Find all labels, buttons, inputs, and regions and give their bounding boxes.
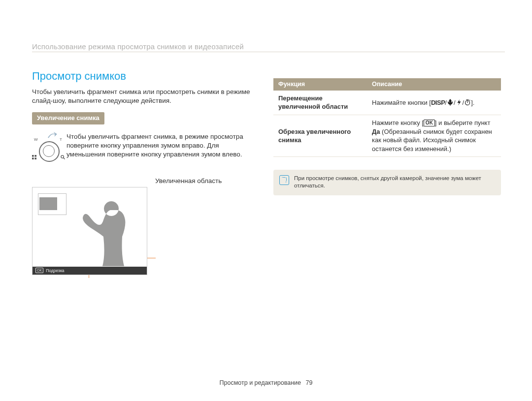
zoom-dial-icon: W T: [32, 131, 66, 166]
dial-zoomout-icon: [32, 155, 36, 161]
zoom-instruction-text: Чтобы увеличить фрагмент снимка, в режим…: [66, 131, 256, 159]
cell-func-crop: Обрезка увеличенного снимка: [273, 115, 367, 156]
dial-inner-circle: [43, 145, 55, 157]
cell-func-move: Перемещение увеличенной области: [273, 91, 367, 115]
left-column: Просмотр снимков Чтобы увеличить фрагмен…: [32, 69, 256, 275]
th-function: Функция: [273, 78, 367, 91]
dial-zoomin-icon: [61, 155, 65, 161]
arrow-right-icon: [47, 131, 58, 140]
child-silhouette-icon: [82, 196, 136, 266]
note-text: При просмотре снимков, снятых другой кам…: [294, 175, 495, 189]
disp-button-icon: DISP: [431, 99, 445, 106]
header-breadcrumb: Использование режима просмотра снимков и…: [32, 42, 244, 52]
th-description: Описание: [367, 78, 501, 91]
ok-badge-icon: OK: [35, 268, 43, 273]
svg-line-9: [469, 100, 470, 100]
manual-page: Использование режима просмотра снимков и…: [0, 0, 532, 401]
preview-thumb-highlight: [39, 197, 57, 210]
flash-icon: [456, 99, 463, 106]
ok-button-icon: OK: [424, 120, 435, 126]
zoom-row: W T Чтобы увеличить фрагмент снимка, в р…: [32, 131, 256, 166]
preview-footer-bar: OK Подрезка: [33, 267, 147, 275]
table-row: Перемещение увеличенной области Нажимайт…: [273, 91, 501, 115]
right-column: Функция Описание Перемещение увеличенной…: [273, 78, 501, 195]
cell-desc-crop: Нажмите кнопку [OK] и выберите пункт Да …: [367, 115, 501, 156]
note-box: При просмотре снимков, снятых другой кам…: [273, 170, 501, 195]
svg-rect-3: [34, 157, 36, 159]
timer-icon: [464, 99, 471, 106]
note-icon: [279, 175, 289, 185]
svg-rect-0: [32, 155, 34, 157]
macro-icon: [447, 99, 454, 106]
svg-rect-1: [34, 155, 36, 157]
svg-point-4: [61, 155, 64, 158]
page-footer: Просмотр и редактирование 79: [0, 379, 532, 387]
function-table: Функция Описание Перемещение увеличенной…: [273, 78, 501, 157]
callout-label-zoomed-area: Увеличенная область: [32, 177, 256, 185]
preview-footer-text: Подрезка: [46, 267, 64, 275]
svg-rect-2: [32, 157, 34, 159]
header-rule: [32, 52, 505, 52]
option-yes: Да: [372, 128, 380, 135]
footer-section: Просмотр и редактирование: [220, 379, 301, 386]
dial-t-label: T: [60, 137, 62, 143]
preview-illustration: OK Подрезка: [32, 187, 147, 275]
section-title: Просмотр снимков: [32, 69, 256, 84]
cell-desc-move: Нажимайте кнопки [DISP///].: [367, 91, 501, 115]
table-header-row: Функция Описание: [273, 78, 501, 91]
svg-line-5: [64, 157, 65, 159]
table-row: Обрезка увеличенного снимка Нажмите кноп…: [273, 115, 501, 156]
intro-text: Чтобы увеличить фрагмент снимка или прос…: [32, 88, 256, 105]
dial-w-label: W: [34, 137, 38, 143]
footer-page-number: 79: [305, 379, 312, 386]
subheading-zoom: Увеличение снимка: [32, 112, 104, 124]
